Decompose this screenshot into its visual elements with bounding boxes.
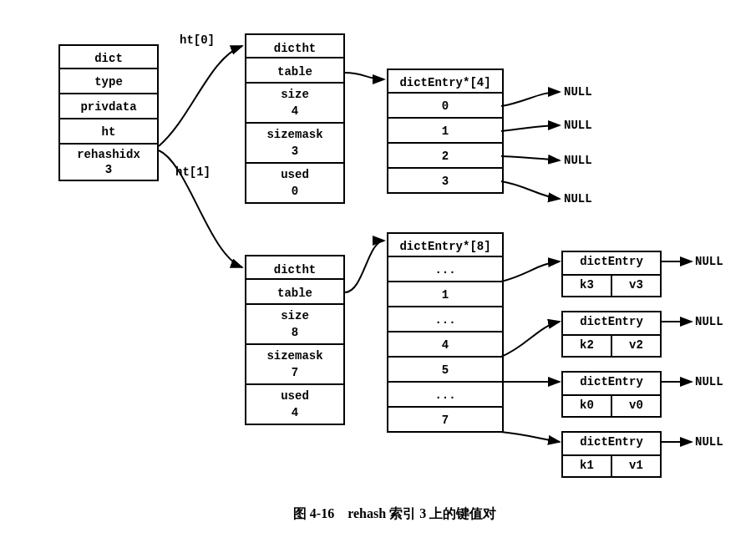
entry-val: v2 — [611, 336, 662, 358]
ht1-used: used4 — [245, 385, 345, 425]
null-label: NULL — [564, 119, 592, 132]
null-label: NULL — [564, 85, 592, 99]
arr4: dictEntry*[4] 0 1 2 3 — [387, 69, 504, 194]
null-label: NULL — [695, 255, 723, 268]
null-label: NULL — [564, 192, 592, 206]
arr8-row: ... — [387, 383, 504, 408]
ht1-sizemask: sizemask7 — [245, 345, 345, 385]
entry-key: k2 — [561, 336, 611, 358]
ht0-table: table — [245, 58, 345, 84]
ht0-title: dictht — [245, 33, 345, 58]
null-label: NULL — [564, 154, 592, 167]
null-label: NULL — [695, 375, 723, 388]
arr4-header: dictEntry*[4] — [387, 69, 504, 94]
entry-val: v0 — [611, 396, 662, 418]
entry-val: v1 — [611, 456, 662, 478]
dictentry-k1: dictEntry k1v1 — [561, 431, 662, 478]
arr8-row: 1 — [387, 282, 504, 307]
arr4-row: 2 — [387, 144, 504, 169]
dict-type: type — [58, 69, 159, 94]
arr8: dictEntry*[8] ... 1 ... 4 5 ... 7 — [387, 232, 504, 433]
dict-rehashidx: rehashidx 3 — [58, 145, 159, 181]
null-label: NULL — [695, 315, 723, 328]
dict-privdata: privdata — [58, 94, 159, 119]
arr8-row: 4 — [387, 332, 504, 358]
dictentry-k0: dictEntry k0v0 — [561, 371, 662, 418]
arr4-row: 0 — [387, 94, 504, 119]
arr8-row: ... — [387, 307, 504, 332]
entry-title: dictEntry — [561, 431, 662, 456]
dict-ht: ht — [58, 119, 159, 145]
ht0-size: size4 — [245, 84, 345, 124]
ht0-sizemask: sizemask3 — [245, 124, 345, 164]
diagram-canvas: dict type privdata ht rehashidx 3 ht[0] … — [17, 17, 756, 543]
ht1-struct: dictht table size8 sizemask7 used4 — [245, 255, 345, 425]
arr8-row: ... — [387, 257, 504, 282]
figure-caption: 图 4-16 rehash 索引 3 上的键值对 — [17, 505, 756, 523]
dict-title: dict — [58, 44, 159, 69]
arr8-header: dictEntry*[8] — [387, 232, 504, 257]
ht0-struct: dictht table size4 sizemask3 used0 — [245, 33, 345, 204]
ht1-label: ht[1] — [175, 165, 211, 179]
entry-val: v3 — [611, 276, 662, 297]
entry-key: k0 — [561, 396, 611, 418]
entry-title: dictEntry — [561, 251, 662, 276]
dictentry-k2: dictEntry k2v2 — [561, 311, 662, 358]
entry-key: k1 — [561, 456, 611, 478]
arr8-row: 7 — [387, 408, 504, 433]
ht0-used: used0 — [245, 164, 345, 204]
ht0-label: ht[0] — [180, 33, 215, 47]
entry-key: k3 — [561, 276, 611, 297]
arr4-row: 1 — [387, 119, 504, 144]
dict-struct: dict type privdata ht rehashidx 3 — [58, 44, 159, 181]
dictentry-k3: dictEntry k3v3 — [561, 251, 662, 297]
ht1-size: size8 — [245, 305, 345, 345]
entry-title: dictEntry — [561, 311, 662, 336]
null-label: NULL — [695, 435, 723, 449]
arr4-row: 3 — [387, 169, 504, 194]
ht1-table: table — [245, 280, 345, 305]
arr8-row: 5 — [387, 358, 504, 383]
ht1-title: dictht — [245, 255, 345, 280]
entry-title: dictEntry — [561, 371, 662, 396]
